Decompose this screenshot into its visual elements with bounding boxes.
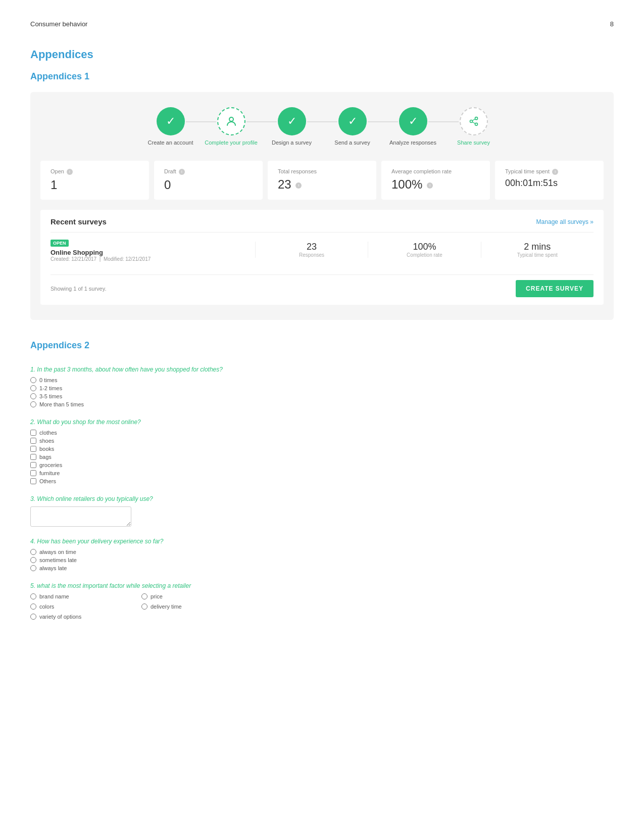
q2-check-3[interactable]	[30, 446, 36, 452]
appendices-heading: Appendices	[30, 48, 614, 61]
q5-radio-2[interactable]	[141, 593, 147, 599]
q5-option-2: price	[141, 593, 242, 599]
q1-radio-2[interactable]	[30, 385, 36, 391]
q2-label-6: furniture	[39, 470, 60, 476]
svg-point-0	[229, 117, 233, 121]
stat-time: Typical time spent i 00h:01m:51s	[495, 161, 604, 200]
survey-row: OPEN Online Shopping Created: 12/21/2017…	[51, 232, 593, 267]
q5-radio-1[interactable]	[30, 593, 36, 599]
q2-check-6[interactable]	[30, 470, 36, 476]
q1-radio-4[interactable]	[30, 401, 36, 407]
step-complete-profile: Complete your profile	[201, 107, 262, 146]
q2-check-4[interactable]	[30, 454, 36, 460]
stat-open-label: Open i	[51, 168, 139, 175]
q5-label-5: variety of options	[39, 614, 81, 620]
q2-label-2: shoes	[39, 438, 54, 444]
q5-radio-5[interactable]	[30, 614, 36, 620]
svg-point-1	[475, 117, 477, 120]
info-icon-open: i	[67, 169, 73, 175]
showing-text: Showing 1 of 1 survey.	[51, 286, 106, 292]
step-design-survey-label: Design a survey	[272, 140, 312, 146]
step-share-circle	[460, 107, 488, 135]
step-complete-profile-label: Complete your profile	[205, 140, 258, 146]
q2-check-2[interactable]	[30, 438, 36, 444]
question-3-text: 3. Which online retailers do you typical…	[30, 495, 614, 502]
survey-dates: Created: 12/21/2017 | Modified: 12/21/20…	[51, 256, 255, 262]
steps-row: ✓ Create an account Complete your profil…	[40, 107, 604, 146]
step-share-label: Share survey	[457, 140, 490, 146]
question-1: 1. In the past 3 months, about how often…	[30, 366, 614, 407]
q5-option-4: delivery time	[141, 604, 242, 610]
stat-total-responses: Total responses 23 i	[268, 161, 376, 200]
q2-label-5: groceries	[39, 462, 62, 468]
q1-label-1: 0 times	[39, 377, 57, 383]
question-5-text: 5. what is the most important factor whi…	[30, 582, 614, 589]
q5-option-3: colors	[30, 604, 131, 610]
info-icon-time: i	[552, 169, 558, 175]
step-create-account-circle: ✓	[157, 107, 185, 135]
q4-option-2: sometimes late	[30, 557, 614, 563]
survey-name: Online Shopping	[51, 249, 255, 256]
step-design-survey: ✓ Design a survey	[262, 107, 322, 146]
manage-surveys-link[interactable]: Manage all surveys »	[536, 218, 593, 225]
survey-responses: 23 Responses	[255, 242, 368, 258]
q4-label-2: sometimes late	[39, 557, 77, 563]
q5-radio-3[interactable]	[30, 604, 36, 610]
step-create-account: ✓ Create an account	[140, 107, 201, 146]
survey-completion-value: 100%	[373, 242, 475, 252]
q1-label-4: More than 5 times	[39, 401, 84, 407]
info-icon-completion: i	[427, 182, 433, 189]
svg-line-4	[472, 119, 475, 120]
recent-surveys-title: Recent surveys	[51, 217, 107, 226]
q2-option-2: shoes	[30, 438, 614, 444]
q4-option-1: always on time	[30, 549, 614, 555]
q2-label-3: books	[39, 446, 54, 452]
q2-check-5[interactable]	[30, 462, 36, 468]
question-4: 4. How has been your delivery experience…	[30, 538, 614, 571]
survey-completion-label: Completion rate	[373, 252, 475, 258]
info-icon-draft: i	[179, 169, 185, 175]
svg-point-3	[475, 123, 477, 125]
q1-option-4: More than 5 times	[30, 401, 614, 407]
q3-textarea[interactable]	[30, 506, 131, 527]
q2-check-7[interactable]	[30, 478, 36, 484]
step-send-survey-label: Send a survey	[334, 140, 370, 146]
step-analyze-responses: ✓ Analyze responses	[383, 107, 443, 146]
q2-label-4: bags	[39, 454, 52, 460]
stat-completion-value: 100% i	[391, 177, 480, 192]
q2-option-1: clothes	[30, 430, 614, 436]
q2-label-1: clothes	[39, 430, 57, 436]
stat-completion: Average completion rate 100% i	[381, 161, 490, 200]
q5-label-4: delivery time	[151, 604, 182, 610]
step-send-survey-circle: ✓	[338, 107, 367, 135]
q2-option-6: furniture	[30, 470, 614, 476]
stat-open: Open i 1	[40, 161, 149, 200]
survey-badge: OPEN	[51, 240, 69, 247]
question-3: 3. Which online retailers do you typical…	[30, 495, 614, 527]
q4-option-3: always late	[30, 565, 614, 571]
step-share-survey: Share survey	[443, 107, 504, 146]
q4-radio-1[interactable]	[30, 549, 36, 555]
q2-option-3: books	[30, 446, 614, 452]
question-4-text: 4. How has been your delivery experience…	[30, 538, 614, 545]
question-5: 5. what is the most important factor whi…	[30, 582, 614, 622]
appendices1-heading: Appendices 1	[30, 71, 614, 82]
stat-draft-label: Draft i	[164, 168, 253, 175]
q1-radio-1[interactable]	[30, 377, 36, 383]
create-survey-button[interactable]: CREATE SURVEY	[516, 280, 593, 297]
step-design-survey-circle: ✓	[278, 107, 306, 135]
step-send-survey: ✓ Send a survey	[322, 107, 383, 146]
q4-radio-3[interactable]	[30, 565, 36, 571]
question-1-text: 1. In the past 3 months, about how often…	[30, 366, 614, 373]
question-2: 2. What do you shop for the most online?…	[30, 419, 614, 484]
page-number: 8	[610, 20, 614, 28]
survey-responses-value: 23	[261, 242, 363, 252]
stats-row: Open i 1 Draft i 0 Total responses 23 i …	[40, 161, 604, 200]
q1-radio-3[interactable]	[30, 393, 36, 399]
q2-check-1[interactable]	[30, 430, 36, 436]
q5-radio-4[interactable]	[141, 604, 147, 610]
survey-form: 1. In the past 3 months, about how often…	[30, 361, 614, 638]
q5-label-3: colors	[39, 604, 54, 610]
page-header: Consumer behavior 8	[30, 20, 614, 28]
q4-radio-2[interactable]	[30, 557, 36, 563]
